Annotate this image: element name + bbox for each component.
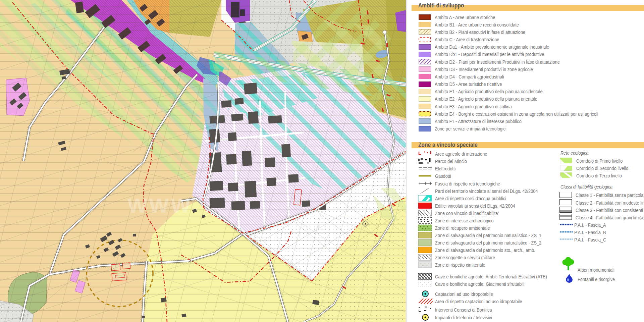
svg-text:WW: WW — [252, 124, 290, 145]
svg-text:WWW: WWW — [127, 194, 193, 217]
